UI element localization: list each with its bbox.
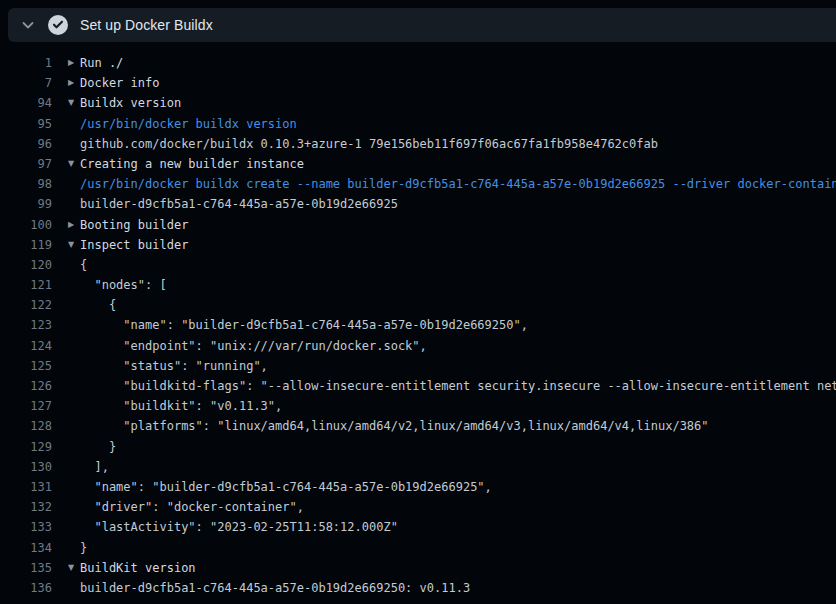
log-line[interactable]: 7 ▶ Docker info — [0, 73, 836, 93]
log-line: 134 } — [0, 538, 836, 558]
log-text: "status": "running", — [80, 356, 268, 376]
log-text: github.com/docker/buildx 0.10.3+azure-1 … — [80, 134, 658, 154]
log-text: "platforms": "linux/amd64,linux/amd64/v2… — [80, 416, 709, 436]
log-line: 132 "driver": "docker-container", — [0, 497, 836, 517]
log-line[interactable]: 94 ▼ Buildx version — [0, 93, 836, 113]
line-number[interactable]: 124 — [8, 336, 52, 356]
line-number[interactable]: 129 — [8, 437, 52, 457]
group-toggle-icon: ▶ — [68, 215, 80, 235]
log-text: Inspect builder — [80, 235, 188, 255]
log-line: 121 "nodes": [ — [0, 275, 836, 295]
log-text: BuildKit version — [80, 558, 196, 578]
log-text: "endpoint": "unix:///var/run/docker.sock… — [80, 336, 427, 356]
log-line[interactable]: 97 ▼ Creating a new builder instance — [0, 154, 836, 174]
line-number[interactable]: 7 — [8, 73, 52, 93]
line-number[interactable]: 119 — [8, 235, 52, 255]
log-line: 125 "status": "running", — [0, 356, 836, 376]
log-line: 136 builder-d9cfb5a1-c764-445a-a57e-0b19… — [0, 578, 836, 598]
log-text: { — [80, 295, 116, 315]
check-circle-icon — [48, 15, 68, 35]
log-viewer: 1 ▶ Run ./ 7 ▶ Docker info 94 ▼ Buildx v… — [0, 53, 836, 598]
group-toggle-icon: ▶ — [68, 73, 80, 93]
log-text: Booting builder — [80, 215, 188, 235]
log-text: Buildx version — [80, 93, 181, 113]
line-number[interactable]: 136 — [8, 578, 52, 598]
line-number[interactable]: 134 — [8, 538, 52, 558]
log-line: 99 builder-d9cfb5a1-c764-445a-a57e-0b19d… — [0, 194, 836, 214]
log-text: } — [80, 437, 116, 457]
line-number[interactable]: 126 — [8, 376, 52, 396]
line-number[interactable]: 95 — [8, 114, 52, 134]
log-text: Docker info — [80, 73, 159, 93]
log-line: 129 } — [0, 437, 836, 457]
line-number[interactable]: 127 — [8, 396, 52, 416]
log-text: builder-d9cfb5a1-c764-445a-a57e-0b19d2e6… — [80, 194, 398, 214]
line-number[interactable]: 96 — [8, 134, 52, 154]
line-number[interactable]: 98 — [8, 174, 52, 194]
log-text: "name": "builder-d9cfb5a1-c764-445a-a57e… — [80, 315, 528, 335]
log-text: "lastActivity": "2023-02-25T11:58:12.000… — [80, 517, 398, 537]
log-line[interactable]: 119 ▼ Inspect builder — [0, 235, 836, 255]
log-line: 133 "lastActivity": "2023-02-25T11:58:12… — [0, 517, 836, 537]
line-number[interactable]: 120 — [8, 255, 52, 275]
step-header[interactable]: Set up Docker Buildx — [8, 8, 836, 42]
log-line: 123 "name": "builder-d9cfb5a1-c764-445a-… — [0, 315, 836, 335]
line-number[interactable]: 100 — [8, 215, 52, 235]
log-text: { — [80, 255, 87, 275]
log-text: Creating a new builder instance — [80, 154, 304, 174]
log-text: "buildkit": "v0.11.3", — [80, 396, 282, 416]
log-line: 96 github.com/docker/buildx 0.10.3+azure… — [0, 134, 836, 154]
group-toggle-icon: ▶ — [68, 53, 80, 73]
log-text: "driver": "docker-container", — [80, 497, 304, 517]
group-toggle-icon: ▼ — [68, 235, 80, 255]
group-toggle-icon: ▼ — [68, 93, 80, 113]
log-text: /usr/bin/docker buildx create --name bui… — [80, 174, 836, 194]
line-number[interactable]: 133 — [8, 517, 52, 537]
line-number[interactable]: 135 — [8, 558, 52, 578]
line-number[interactable]: 99 — [8, 194, 52, 214]
log-text: "name": "builder-d9cfb5a1-c764-445a-a57e… — [80, 477, 492, 497]
line-number[interactable]: 121 — [8, 275, 52, 295]
line-number[interactable]: 97 — [8, 154, 52, 174]
log-text: } — [80, 538, 87, 558]
line-number[interactable]: 1 — [8, 53, 52, 73]
log-line: 130 ], — [0, 457, 836, 477]
log-text: ], — [80, 457, 109, 477]
line-number[interactable]: 123 — [8, 315, 52, 335]
log-line: 120 { — [0, 255, 836, 275]
log-line[interactable]: 135 ▼ BuildKit version — [0, 558, 836, 578]
chevron-down-icon — [20, 17, 36, 33]
group-toggle-icon: ▼ — [68, 558, 80, 578]
step-title: Set up Docker Buildx — [80, 17, 213, 33]
log-line[interactable]: 100 ▶ Booting builder — [0, 215, 836, 235]
log-line: 95 /usr/bin/docker buildx version — [0, 114, 836, 134]
log-text: /usr/bin/docker buildx version — [80, 114, 297, 134]
line-number[interactable]: 130 — [8, 457, 52, 477]
log-text: builder-d9cfb5a1-c764-445a-a57e-0b19d2e6… — [80, 578, 470, 598]
log-text: "buildkitd-flags": "--allow-insecure-ent… — [80, 376, 836, 396]
log-text: "nodes": [ — [80, 275, 167, 295]
log-line: 131 "name": "builder-d9cfb5a1-c764-445a-… — [0, 477, 836, 497]
line-number[interactable]: 125 — [8, 356, 52, 376]
log-line: 128 "platforms": "linux/amd64,linux/amd6… — [0, 416, 836, 436]
group-toggle-icon: ▼ — [68, 154, 80, 174]
line-number[interactable]: 128 — [8, 416, 52, 436]
log-line: 126 "buildkitd-flags": "--allow-insecure… — [0, 376, 836, 396]
log-line[interactable]: 1 ▶ Run ./ — [0, 53, 836, 73]
log-line: 127 "buildkit": "v0.11.3", — [0, 396, 836, 416]
line-number[interactable]: 132 — [8, 497, 52, 517]
line-number[interactable]: 131 — [8, 477, 52, 497]
log-line: 122 { — [0, 295, 836, 315]
line-number[interactable]: 122 — [8, 295, 52, 315]
log-line: 98 /usr/bin/docker buildx create --name … — [0, 174, 836, 194]
log-line: 124 "endpoint": "unix:///var/run/docker.… — [0, 336, 836, 356]
line-number[interactable]: 94 — [8, 93, 52, 113]
log-text: Run ./ — [80, 53, 123, 73]
